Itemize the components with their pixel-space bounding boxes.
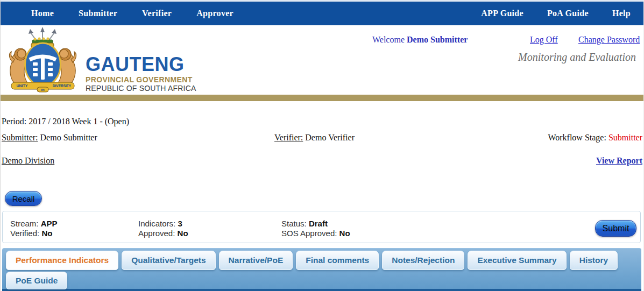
status-value: Draft [309,219,328,228]
tagline: Monitoring and Evaluation [518,51,636,63]
stream-label: Stream: [10,219,39,228]
nav-right-group: APP Guide PoA Guide Help [481,9,631,18]
motto-in: IN [41,88,45,91]
verified-line: Verified: No [10,229,58,238]
gauteng-coat-of-arms-icon: UNITY DIVERSITY IN [4,27,82,93]
welcome-username: Demo Submitter [407,35,468,44]
period-value: 2017 / 2018 Week 1 - (Open) [29,117,129,126]
gold-divider [1,95,643,101]
approved-label: Approved: [138,229,175,238]
indicators-value: 3 [178,219,182,228]
tab-performance-indicators[interactable]: Performance Indicators [6,251,118,270]
tab-narrative-poe[interactable]: Narrative/PoE [219,251,293,270]
nav-submitter[interactable]: Submitter [79,9,117,18]
period-line: Period: 2017 / 2018 Week 1 - (Open) [2,117,129,126]
nav-verifier[interactable]: Verifier [142,9,172,18]
submit-button[interactable]: Submit [595,220,636,237]
verified-label: Verified: [10,229,39,238]
summary-col-indicators: Indicators: 3 Approved: No [138,219,188,238]
logo-title: GAUTENG [86,55,196,74]
period-label: Period: [2,117,26,126]
nav-home[interactable]: Home [31,9,54,18]
view-report-link[interactable]: View Report [596,156,642,166]
tab-history[interactable]: History [570,251,618,270]
motto-diversity: DIVERSITY [53,84,72,88]
approved-value: No [178,229,188,238]
page: Home Submitter Verifier Approver APP Gui… [0,0,644,291]
change-password-link[interactable]: Change Password [578,35,640,45]
tab-poe-guide[interactable]: PoE Guide [6,272,67,289]
tab-qualitative-targets[interactable]: Qualitative/Targets [122,251,215,270]
tab-strip: Performance Indicators Qualitative/Targe… [2,248,641,291]
sos-approved-value: No [339,229,350,238]
motto-unity: UNITY [17,84,28,88]
status-line: Status: Draft [281,219,350,229]
welcome-prefix: Welcome [372,35,405,44]
tab-final-comments[interactable]: Final comments [296,251,379,270]
sos-approved-label: SOS Approved: [281,229,337,238]
verifier-label: Verifier: [274,133,303,142]
nav-help[interactable]: Help [612,9,631,18]
stream-line: Stream: APP [10,219,58,229]
workflow-stage-line: Workflow Stage: Submitter [548,133,642,143]
logo-subtitle-1: PROVINCIAL GOVERNMENT [86,75,196,84]
stream-value: APP [41,219,58,228]
nav-app-guide[interactable]: APP Guide [481,9,523,18]
top-nav: Home Submitter Verifier Approver APP Gui… [1,2,643,25]
approved-line: Approved: No [138,229,188,238]
gauteng-wordmark: GAUTENG PROVINCIAL GOVERNMENT REPUBLIC O… [86,55,196,93]
indicators-label: Indicators: [138,219,175,228]
nav-approver[interactable]: Approver [196,9,233,18]
nav-poa-guide[interactable]: PoA Guide [547,9,589,18]
verifier-line: Verifier: Demo Verifier [274,133,355,143]
sos-approved-line: SOS Approved: No [281,229,350,238]
header: UNITY DIVERSITY IN GAUTENG PROVINCIAL GO… [1,25,643,95]
workflow-stage-value: Submitter [608,133,642,142]
tab-row-2: PoE Guide [6,272,67,289]
logo-subtitle-2: REPUBLIC OF SOUTH AFRICA [86,84,196,93]
welcome-text: Welcome Demo Submitter [372,35,468,45]
summary-col-status: Status: Draft SOS Approved: No [281,219,350,238]
summary-col-stream: Stream: APP Verified: No [10,219,58,238]
tab-notes-rejection[interactable]: Notes/Rejection [382,251,464,270]
status-label: Status: [281,219,307,228]
submitter-value: Demo Submitter [40,133,97,142]
tab-executive-summary[interactable]: Executive Summary [468,251,566,270]
indicators-line: Indicators: 3 [138,219,188,229]
workflow-stage-label: Workflow Stage: [548,133,606,142]
verifier-value: Demo Verifier [305,133,355,142]
tab-row-1: Performance Indicators Qualitative/Targe… [6,251,618,270]
division-link[interactable]: Demo Division [2,156,54,166]
verified-value: No [41,229,52,238]
nav-left-group: Home Submitter Verifier Approver [31,9,233,18]
recall-button[interactable]: Recall [5,191,42,206]
log-off-link[interactable]: Log Off [530,35,558,45]
submitter-label: Submitter: [2,133,38,142]
submitter-line: Submitter: Demo Submitter [2,133,97,143]
submission-summary-panel: Stream: APP Verified: No Indicators: 3 A… [2,211,641,243]
